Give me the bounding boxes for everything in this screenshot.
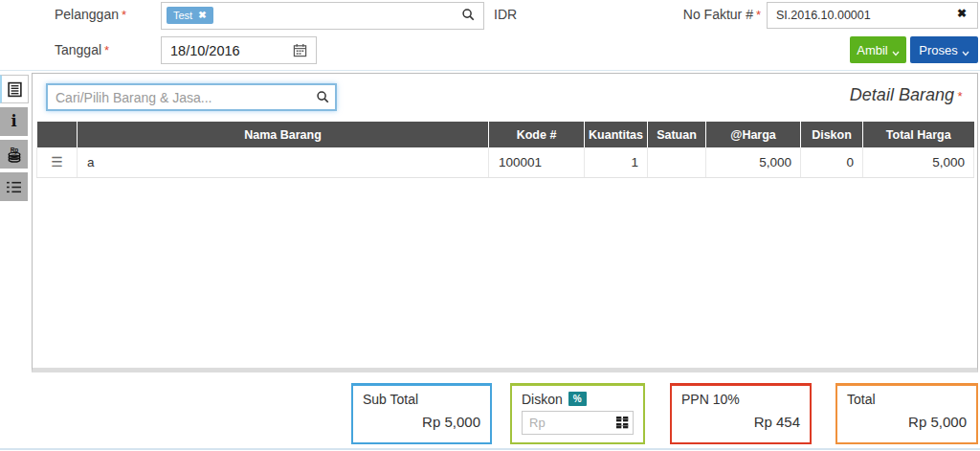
proses-button[interactable]: Proses xyxy=(910,36,978,63)
total-box: Total Rp 5,000 xyxy=(835,383,978,444)
col-harga: @Harga xyxy=(706,122,801,147)
diskon-label-text: Diskon xyxy=(522,392,563,407)
tab-list[interactable] xyxy=(0,172,28,201)
col-diskon: Diskon xyxy=(801,122,863,147)
info-icon: i xyxy=(11,114,16,129)
customer-search-icon[interactable] xyxy=(461,8,476,22)
panel-title: Detail Barang* xyxy=(850,85,962,105)
required-asterisk: * xyxy=(122,8,126,22)
no-faktur-label-text: No Faktur # xyxy=(683,7,753,22)
pelanggan-label: Pelanggan* xyxy=(55,7,126,22)
cell-harga[interactable]: 5,000 xyxy=(706,147,801,177)
list-check-icon xyxy=(6,179,22,195)
calendar-icon[interactable] xyxy=(293,43,307,57)
document-lines-icon xyxy=(7,81,23,98)
customer-input[interactable]: Test ✖ xyxy=(161,2,484,30)
col-satuan: Satuan xyxy=(648,122,706,147)
diskon-label: Diskon% xyxy=(522,392,634,407)
customer-tag-label: Test xyxy=(173,10,192,21)
items-table: Nama Barang Kode # Kuantitas Satuan @Har… xyxy=(36,122,974,178)
tab-info[interactable]: i xyxy=(0,107,28,136)
cell-diskon[interactable]: 0 xyxy=(801,147,863,177)
required-asterisk: * xyxy=(756,8,761,22)
cell-kuantitas[interactable]: 1 xyxy=(585,147,648,177)
clear-icon[interactable]: ✖ xyxy=(957,8,967,19)
total-value: Rp 5,000 xyxy=(847,414,967,430)
panel-title-text: Detail Barang xyxy=(850,85,954,104)
subtotal-label: Sub Total xyxy=(363,392,480,407)
ambil-button-label: Ambil xyxy=(857,43,888,57)
col-nama-barang: Nama Barang xyxy=(78,122,489,147)
no-faktur-input[interactable] xyxy=(767,2,978,29)
subtotal-value: Rp 5,000 xyxy=(363,414,480,430)
subtotal-box: Sub Total Rp 5,000 xyxy=(351,383,492,444)
chevron-down-icon xyxy=(962,51,969,56)
tab-biaya[interactable]: Rp xyxy=(0,140,28,169)
grid-keypad-icon[interactable] xyxy=(616,417,629,429)
currency-code: IDR xyxy=(494,7,517,22)
ppn-label: PPN 10% xyxy=(681,392,800,407)
col-total-harga: Total Harga xyxy=(863,122,974,147)
cell-satuan[interactable] xyxy=(648,147,706,177)
pelanggan-label-text: Pelanggan xyxy=(55,7,119,22)
customer-tag-chip[interactable]: Test ✖ xyxy=(167,7,213,24)
tab-detail-barang[interactable] xyxy=(0,75,29,103)
ambil-button[interactable]: Ambil xyxy=(850,36,906,63)
col-kode: Kode # xyxy=(489,122,585,147)
ppn-value: Rp 454 xyxy=(681,414,800,430)
percent-badge[interactable]: % xyxy=(568,392,587,406)
sales-invoice-screen: Pelanggan* Test ✖ IDR No Faktur #* ✖ Tan… xyxy=(0,0,980,451)
bottom-divider xyxy=(0,448,980,450)
cell-kode[interactable]: 100001 xyxy=(489,147,585,177)
table-row[interactable]: ☰ a 100001 1 5,000 0 5,000 xyxy=(37,147,974,177)
invoice-header-form: Pelanggan* Test ✖ IDR No Faktur #* ✖ Tan… xyxy=(0,0,980,71)
cell-total[interactable]: 5,000 xyxy=(863,147,974,177)
diskon-box: Diskon% xyxy=(510,383,645,444)
cell-nama[interactable]: a xyxy=(78,147,489,177)
tanggal-label-text: Tanggal xyxy=(55,42,101,57)
no-faktur-label: No Faktur #* xyxy=(622,7,761,22)
table-header-row: Nama Barang Kode # Kuantitas Satuan @Har… xyxy=(37,122,974,147)
ppn-box: PPN 10% Rp 454 xyxy=(670,383,812,444)
total-label: Total xyxy=(847,392,967,407)
required-asterisk: * xyxy=(104,43,109,57)
money-rp-icon: Rp xyxy=(6,146,23,163)
col-kuantitas: Kuantitas xyxy=(585,122,648,147)
chip-remove-icon[interactable]: ✖ xyxy=(198,11,206,20)
item-search-input[interactable] xyxy=(46,83,337,111)
proses-button-label: Proses xyxy=(919,43,957,57)
search-icon[interactable] xyxy=(316,90,330,104)
col-drag-handle xyxy=(37,122,78,147)
tanggal-label: Tanggal* xyxy=(55,42,109,57)
required-asterisk: * xyxy=(957,89,962,103)
detail-barang-panel: Detail Barang* Nama Barang Kode # Kuanti… xyxy=(32,73,978,372)
chevron-down-icon xyxy=(892,51,900,56)
drag-handle-icon[interactable]: ☰ xyxy=(37,147,78,177)
